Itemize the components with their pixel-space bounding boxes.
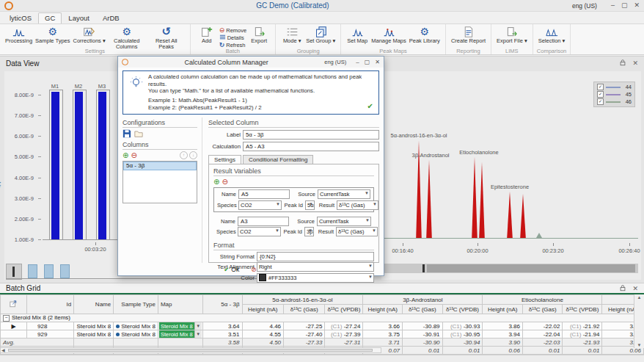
- cell-value[interactable]: (C1) -21.92: [563, 322, 602, 330]
- ribbon-button-corrections[interactable]: Corrections ▾: [72, 25, 107, 44]
- ribbon-button-peak-library[interactable]: ⚙ Peak Library: [408, 25, 442, 44]
- color-select[interactable]: #FF333333▼: [257, 273, 374, 283]
- chart-scrollbar[interactable]: [384, 264, 638, 273]
- cell-value[interactable]: (C1) -27.24: [325, 322, 363, 330]
- text-alignment-select[interactable]: Right▼: [257, 262, 374, 272]
- cell-id[interactable]: 928: [26, 322, 73, 330]
- ribbon-button-add[interactable]: Add: [194, 25, 219, 44]
- variable1-source-select[interactable]: CurrentTask▼: [318, 189, 370, 199]
- ribbon-button-sample-types[interactable]: ⚙ Sample Types: [34, 25, 71, 44]
- cell-name[interactable]: Steroid Mix 8: [74, 330, 114, 339]
- scroll-left-icon[interactable]: ◀: [1, 348, 5, 353]
- variable2-result-select[interactable]: δ¹³C (Gas)▼: [336, 227, 378, 236]
- string-format-input[interactable]: {0:N2}: [257, 252, 374, 261]
- variable1-result-select[interactable]: δ¹³C (Gas)▼: [337, 200, 378, 210]
- ribbon-button-create-report[interactable]: Create Report: [450, 25, 487, 44]
- move-down-icon[interactable]: ↓: [189, 151, 197, 159]
- cell-value[interactable]: -22.04: [523, 330, 563, 339]
- sub-header-height-na[interactable]: Height (nA): [242, 305, 284, 314]
- row-indicator[interactable]: ▶: [1, 322, 27, 330]
- tab-settings[interactable]: Settings: [208, 155, 241, 164]
- dialog-language[interactable]: eng (US): [324, 59, 346, 65]
- close-panel-icon[interactable]: ✕: [632, 59, 638, 67]
- close-button[interactable]: ✕: [634, 2, 640, 9]
- ribbon-button-export-file[interactable]: Export File ▾: [495, 25, 529, 44]
- legend-checkbox[interactable]: ✓: [597, 98, 604, 105]
- column-group-5-androst-16-en-3-ol[interactable]: 5α-androst-16-en-3α-ol: [242, 295, 363, 305]
- restore-button[interactable]: ▢: [621, 2, 628, 9]
- scrollbar-thumb[interactable]: [427, 264, 635, 272]
- grid-row-929[interactable]: 929 Steroid Mix 8 Steroid Mix 8 Steroid …: [1, 330, 644, 339]
- chromatogram-bar-m2[interactable]: [75, 92, 83, 239]
- map-dropdown-arrow[interactable]: ▼: [194, 330, 202, 338]
- pin-lock-icon[interactable]: [619, 59, 626, 68]
- variable1-name-input[interactable]: A5: [238, 189, 290, 199]
- cell-value[interactable]: 4.46: [242, 322, 284, 330]
- cell-value[interactable]: (C1) -30.93: [442, 322, 483, 330]
- close-panel-icon[interactable]: ✕: [632, 285, 638, 292]
- ribbon-button-details[interactable]: Details: [219, 34, 246, 41]
- scroll-up-icon[interactable]: ▲: [634, 295, 644, 300]
- tab-conditional-formatting[interactable]: Conditional Formatting: [243, 155, 313, 164]
- grid-vertical-scrollbar[interactable]: ▲ ▼: [634, 294, 644, 348]
- label-input[interactable]: 5α - 3β: [243, 130, 379, 140]
- pin-lock-icon[interactable]: [619, 284, 626, 293]
- calculation-input[interactable]: A5 - A3: [243, 142, 379, 151]
- column-group-etiocholanolone[interactable]: Etiocholanolone: [483, 295, 602, 305]
- ribbon-button-remove[interactable]: ⊖Remove: [219, 26, 246, 34]
- cell-sample-type[interactable]: Steroid Mix 8: [114, 322, 158, 330]
- cell-value[interactable]: -30.89: [403, 322, 442, 330]
- overview-cursor[interactable]: [12, 267, 15, 277]
- map-dropdown[interactable]: Steroid Mix 8: [159, 322, 194, 330]
- ribbon-button-processing[interactable]: Processing: [4, 25, 34, 44]
- ok-button[interactable]: ✔Ok: [224, 266, 239, 273]
- cell-value[interactable]: 3.75: [363, 330, 403, 339]
- cell-map[interactable]: Steroid Mix 8▼: [158, 330, 202, 339]
- collapse-icon[interactable]: −: [3, 315, 10, 322]
- peak-epitestosterone[interactable]: [506, 192, 513, 238]
- column-header-sample-type[interactable]: Sample Type: [114, 295, 158, 314]
- scroll-cursor[interactable]: [422, 264, 425, 272]
- cell-name[interactable]: Steroid Mix 8: [74, 322, 114, 330]
- ribbon-button-set-map[interactable]: Set Map: [345, 25, 370, 44]
- legend-checkbox[interactable]: ✓: [597, 91, 604, 98]
- right-chromatogram-chart[interactable]: 5α-androst-16-en-3α-ol3β-AndrostanolEtio…: [381, 71, 641, 280]
- open-configuration-icon[interactable]: [134, 129, 143, 140]
- cell-value[interactable]: (C1) -30.95: [442, 330, 483, 339]
- cell-value[interactable]: -27.25: [284, 322, 325, 330]
- cell-value[interactable]: (C1) -27.39: [325, 330, 363, 339]
- overview-handle-box[interactable]: [6, 264, 22, 280]
- ribbon-button-mode[interactable]: Mode ▾: [279, 25, 304, 44]
- move-up-icon[interactable]: ↑: [180, 151, 188, 159]
- map-dropdown-arrow[interactable]: ▼: [194, 322, 202, 330]
- dialog-minimize-button[interactable]: –: [356, 59, 359, 65]
- cell-id[interactable]: 929: [26, 330, 73, 339]
- scrollbar-thumb[interactable]: [8, 349, 373, 352]
- remove-variable-icon[interactable]: ⊖: [222, 178, 227, 186]
- variable2-name-input[interactable]: A3: [238, 217, 289, 226]
- legend-checkbox[interactable]: ✓: [597, 84, 604, 90]
- column-header-name[interactable]: Name: [74, 295, 114, 314]
- sub-header-c-vpdb[interactable]: δ¹³C (VPDB): [563, 305, 602, 314]
- cell-value[interactable]: 3.51: [202, 330, 242, 339]
- cell-sample-type[interactable]: Steroid Mix 8: [114, 330, 158, 339]
- sub-header-c-gas[interactable]: δ¹³C (Gas): [284, 305, 325, 314]
- ribbon-tab-layout[interactable]: Layout: [62, 12, 96, 23]
- cell-value[interactable]: 3.94: [483, 330, 523, 339]
- dialog-close-button[interactable]: ✕: [375, 59, 380, 65]
- group-row[interactable]: −Steroid Mix 8 (2 items): [1, 314, 644, 322]
- variable1-species-select[interactable]: CO2▼: [238, 200, 282, 210]
- cell-map[interactable]: Steroid Mix 8▼: [158, 322, 202, 330]
- variable2-source-select[interactable]: CurrentTask▼: [317, 217, 371, 226]
- map-dropdown[interactable]: Steroid Mix 8: [159, 330, 194, 338]
- column-list-item[interactable]: 5α - 3β: [123, 162, 197, 170]
- cell-value[interactable]: 3.64: [202, 322, 242, 330]
- add-column-icon[interactable]: ⊕: [122, 152, 128, 159]
- cell-value[interactable]: -30.91: [403, 330, 442, 339]
- sub-header-c-vpdb[interactable]: δ¹³C (VPDB): [325, 305, 363, 314]
- peak-unlabeled[interactable]: [519, 194, 527, 238]
- dialog-restore-button[interactable]: ▢: [365, 59, 370, 65]
- cell-value[interactable]: -27.40: [284, 330, 325, 339]
- row-indicator[interactable]: [1, 330, 27, 339]
- add-variable-icon[interactable]: ⊕: [213, 178, 219, 186]
